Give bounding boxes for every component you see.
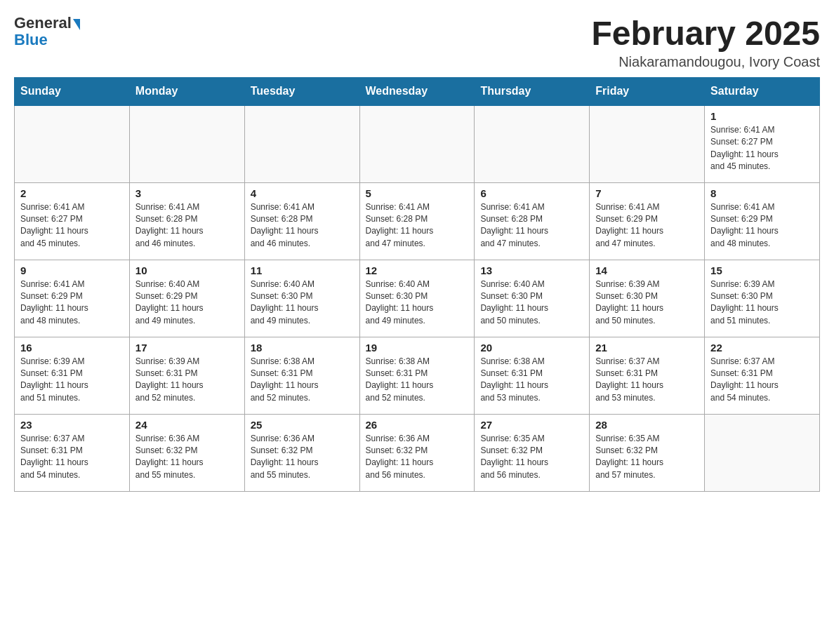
calendar-cell: 23Sunrise: 6:37 AM Sunset: 6:31 PM Dayli… — [15, 414, 130, 491]
logo-arrow-icon — [73, 19, 80, 30]
day-header-wednesday: Wednesday — [359, 78, 475, 106]
calendar-cell: 22Sunrise: 6:37 AM Sunset: 6:31 PM Dayli… — [705, 337, 820, 414]
day-number: 4 — [251, 187, 354, 199]
calendar-cell — [359, 105, 475, 182]
calendar-cell: 2Sunrise: 6:41 AM Sunset: 6:27 PM Daylig… — [15, 182, 130, 260]
calendar-cell: 20Sunrise: 6:38 AM Sunset: 6:31 PM Dayli… — [475, 337, 590, 414]
day-info: Sunrise: 6:41 AM Sunset: 6:28 PM Dayligh… — [480, 201, 583, 250]
day-info: Sunrise: 6:41 AM Sunset: 6:28 PM Dayligh… — [135, 201, 239, 250]
day-number: 19 — [366, 342, 469, 354]
day-number: 21 — [595, 342, 699, 354]
day-number: 18 — [251, 342, 354, 354]
day-number: 10 — [135, 264, 239, 276]
day-header-monday: Monday — [129, 78, 244, 106]
calendar-cell: 5Sunrise: 6:41 AM Sunset: 6:28 PM Daylig… — [359, 182, 475, 260]
day-info: Sunrise: 6:36 AM Sunset: 6:32 PM Dayligh… — [135, 433, 239, 482]
calendar-week-row: 23Sunrise: 6:37 AM Sunset: 6:31 PM Dayli… — [15, 414, 820, 491]
day-info: Sunrise: 6:38 AM Sunset: 6:31 PM Dayligh… — [480, 356, 583, 405]
calendar-cell: 27Sunrise: 6:35 AM Sunset: 6:32 PM Dayli… — [475, 414, 590, 491]
day-info: Sunrise: 6:35 AM Sunset: 6:32 PM Dayligh… — [480, 433, 583, 482]
page-header: General Blue February 2025 Niakaramandou… — [14, 14, 820, 70]
month-title: February 2025 — [591, 14, 820, 53]
day-number: 12 — [366, 264, 469, 276]
logo: General Blue — [14, 14, 80, 49]
day-header-thursday: Thursday — [475, 78, 590, 106]
day-info: Sunrise: 6:40 AM Sunset: 6:30 PM Dayligh… — [480, 279, 583, 328]
calendar-cell: 18Sunrise: 6:38 AM Sunset: 6:31 PM Dayli… — [244, 337, 359, 414]
calendar-cell: 1Sunrise: 6:41 AM Sunset: 6:27 PM Daylig… — [705, 105, 820, 182]
day-info: Sunrise: 6:41 AM Sunset: 6:29 PM Dayligh… — [710, 201, 814, 250]
day-info: Sunrise: 6:41 AM Sunset: 6:27 PM Dayligh… — [20, 201, 124, 250]
logo-general-text: General — [14, 14, 72, 32]
calendar-cell: 16Sunrise: 6:39 AM Sunset: 6:31 PM Dayli… — [15, 337, 130, 414]
day-header-saturday: Saturday — [705, 78, 820, 106]
calendar-week-row: 1Sunrise: 6:41 AM Sunset: 6:27 PM Daylig… — [15, 105, 820, 182]
calendar-cell: 9Sunrise: 6:41 AM Sunset: 6:29 PM Daylig… — [15, 260, 130, 337]
day-number: 9 — [20, 264, 124, 276]
calendar-week-row: 2Sunrise: 6:41 AM Sunset: 6:27 PM Daylig… — [15, 182, 820, 260]
day-number: 17 — [135, 342, 239, 354]
calendar-cell: 12Sunrise: 6:40 AM Sunset: 6:30 PM Dayli… — [359, 260, 475, 337]
day-info: Sunrise: 6:37 AM Sunset: 6:31 PM Dayligh… — [20, 433, 124, 482]
location: Niakaramandougou, Ivory Coast — [591, 54, 820, 70]
day-info: Sunrise: 6:40 AM Sunset: 6:30 PM Dayligh… — [366, 279, 469, 328]
day-number: 16 — [20, 342, 124, 354]
day-number: 7 — [595, 187, 699, 199]
day-number: 26 — [366, 419, 469, 431]
day-header-sunday: Sunday — [15, 78, 130, 106]
day-number: 11 — [251, 264, 354, 276]
calendar-cell — [129, 105, 244, 182]
day-info: Sunrise: 6:36 AM Sunset: 6:32 PM Dayligh… — [251, 433, 354, 482]
day-number: 5 — [366, 187, 469, 199]
logo-blue-text: Blue — [14, 31, 48, 49]
day-info: Sunrise: 6:39 AM Sunset: 6:31 PM Dayligh… — [20, 356, 124, 405]
day-number: 1 — [710, 110, 814, 122]
day-number: 20 — [480, 342, 583, 354]
day-info: Sunrise: 6:41 AM Sunset: 6:28 PM Dayligh… — [251, 201, 354, 250]
calendar: SundayMondayTuesdayWednesdayThursdayFrid… — [14, 77, 820, 492]
day-info: Sunrise: 6:41 AM Sunset: 6:28 PM Dayligh… — [366, 201, 469, 250]
day-number: 23 — [20, 419, 124, 431]
day-number: 2 — [20, 187, 124, 199]
day-info: Sunrise: 6:41 AM Sunset: 6:29 PM Dayligh… — [20, 279, 124, 328]
day-info: Sunrise: 6:39 AM Sunset: 6:31 PM Dayligh… — [135, 356, 239, 405]
day-info: Sunrise: 6:37 AM Sunset: 6:31 PM Dayligh… — [710, 356, 814, 405]
day-number: 28 — [595, 419, 699, 431]
calendar-cell: 17Sunrise: 6:39 AM Sunset: 6:31 PM Dayli… — [129, 337, 244, 414]
calendar-cell — [705, 414, 820, 491]
calendar-cell — [15, 105, 130, 182]
day-number: 14 — [595, 264, 699, 276]
day-number: 15 — [710, 264, 814, 276]
day-info: Sunrise: 6:40 AM Sunset: 6:29 PM Dayligh… — [135, 279, 239, 328]
day-info: Sunrise: 6:38 AM Sunset: 6:31 PM Dayligh… — [366, 356, 469, 405]
calendar-cell — [244, 105, 359, 182]
calendar-cell: 11Sunrise: 6:40 AM Sunset: 6:30 PM Dayli… — [244, 260, 359, 337]
calendar-cell: 19Sunrise: 6:38 AM Sunset: 6:31 PM Dayli… — [359, 337, 475, 414]
calendar-cell: 28Sunrise: 6:35 AM Sunset: 6:32 PM Dayli… — [590, 414, 705, 491]
day-number: 13 — [480, 264, 583, 276]
calendar-cell: 26Sunrise: 6:36 AM Sunset: 6:32 PM Dayli… — [359, 414, 475, 491]
calendar-cell: 14Sunrise: 6:39 AM Sunset: 6:30 PM Dayli… — [590, 260, 705, 337]
calendar-cell — [590, 105, 705, 182]
calendar-cell: 8Sunrise: 6:41 AM Sunset: 6:29 PM Daylig… — [705, 182, 820, 260]
day-number: 25 — [251, 419, 354, 431]
calendar-cell: 10Sunrise: 6:40 AM Sunset: 6:29 PM Dayli… — [129, 260, 244, 337]
day-info: Sunrise: 6:41 AM Sunset: 6:27 PM Dayligh… — [710, 124, 814, 173]
calendar-cell: 13Sunrise: 6:40 AM Sunset: 6:30 PM Dayli… — [475, 260, 590, 337]
day-number: 6 — [480, 187, 583, 199]
day-info: Sunrise: 6:41 AM Sunset: 6:29 PM Dayligh… — [595, 201, 699, 250]
calendar-cell: 15Sunrise: 6:39 AM Sunset: 6:30 PM Dayli… — [705, 260, 820, 337]
calendar-cell: 25Sunrise: 6:36 AM Sunset: 6:32 PM Dayli… — [244, 414, 359, 491]
day-number: 27 — [480, 419, 583, 431]
calendar-cell — [475, 105, 590, 182]
day-info: Sunrise: 6:36 AM Sunset: 6:32 PM Dayligh… — [366, 433, 469, 482]
day-number: 8 — [710, 187, 814, 199]
calendar-cell: 4Sunrise: 6:41 AM Sunset: 6:28 PM Daylig… — [244, 182, 359, 260]
day-info: Sunrise: 6:39 AM Sunset: 6:30 PM Dayligh… — [710, 279, 814, 328]
day-header-friday: Friday — [590, 78, 705, 106]
calendar-week-row: 9Sunrise: 6:41 AM Sunset: 6:29 PM Daylig… — [15, 260, 820, 337]
calendar-cell: 24Sunrise: 6:36 AM Sunset: 6:32 PM Dayli… — [129, 414, 244, 491]
day-info: Sunrise: 6:40 AM Sunset: 6:30 PM Dayligh… — [251, 279, 354, 328]
calendar-cell: 21Sunrise: 6:37 AM Sunset: 6:31 PM Dayli… — [590, 337, 705, 414]
day-number: 3 — [135, 187, 239, 199]
